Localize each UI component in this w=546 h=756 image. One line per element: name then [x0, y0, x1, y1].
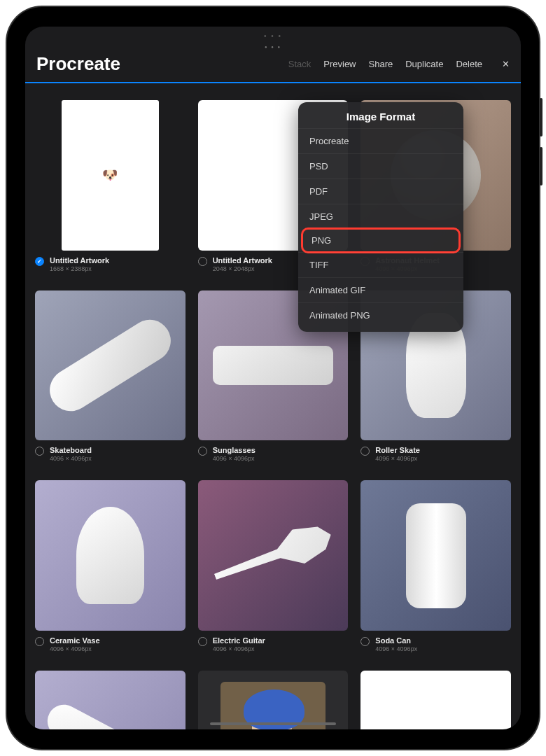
share-button[interactable]: Share [369, 59, 393, 69]
artwork-thumb[interactable] [35, 290, 186, 441]
format-option-procreate[interactable]: Procreate [298, 128, 463, 153]
artwork-thumb[interactable] [198, 671, 349, 729]
artwork-dims: 2048 × 2048px [213, 265, 272, 272]
artwork-dims: 1668 × 2388px [50, 265, 109, 272]
artwork-card[interactable]: Surfboard 4096 × 4096px [35, 671, 186, 729]
artwork-card[interactable]: Skateboard 4096 × 4096px [35, 290, 186, 463]
device-frame: • • • ● ● ● Procreate Stack Preview Shar… [7, 7, 539, 749]
camera-dot-icon: • • • [264, 32, 282, 40]
toolbar: Stack Preview Share Duplicate Delete ✕ [288, 59, 510, 69]
format-option-animated-gif[interactable]: Animated GIF [298, 277, 463, 302]
artwork-dims: 4096 × 4096px [213, 455, 255, 462]
home-indicator[interactable] [210, 722, 336, 725]
artwork-title: Electric Guitar [213, 636, 265, 645]
format-option-animated-png[interactable]: Animated PNG [298, 302, 463, 328]
select-radio[interactable] [35, 447, 44, 456]
stack-button: Stack [288, 59, 312, 69]
select-radio[interactable] [198, 257, 207, 266]
format-option-pdf[interactable]: PDF [298, 178, 463, 204]
close-icon[interactable]: ✕ [502, 59, 510, 69]
select-radio[interactable] [198, 447, 207, 456]
artwork-thumb[interactable] [198, 480, 349, 631]
artwork-dims: 4096 × 4096px [213, 645, 265, 652]
artwork-card[interactable]: 🐶 Untitled Artwork 1668 × 2388px [35, 100, 186, 272]
screen: • • • ● ● ● Procreate Stack Preview Shar… [25, 27, 521, 729]
duplicate-button[interactable]: Duplicate [405, 59, 443, 69]
format-option-png[interactable]: PNG [301, 227, 461, 253]
window-handle-icon: ● ● ● [265, 45, 281, 49]
artwork-title: Untitled Artwork [213, 256, 272, 265]
select-radio[interactable] [35, 257, 44, 266]
sketch-icon: 🐶 [102, 167, 118, 183]
select-radio[interactable] [360, 447, 370, 456]
format-option-jpeg[interactable]: JPEG [298, 204, 463, 229]
artwork-dims: 4096 × 4096px [375, 455, 420, 462]
artwork-title: Sunglasses [213, 446, 255, 454]
delete-button[interactable]: Delete [456, 59, 482, 69]
artwork-dims: 4096 × 4096px [50, 455, 92, 462]
artwork-thumb[interactable] [360, 671, 511, 729]
artwork-card[interactable]: Untitled Artwork 2048 × 2048px [360, 671, 511, 729]
artwork-dims: 4096 × 4096px [50, 645, 100, 652]
artwork-card[interactable]: Soda Can 4096 × 4096px [360, 480, 511, 652]
artwork-card[interactable]: Untitled Artwork 2048 × 2048px [198, 671, 349, 729]
artwork-title: Skateboard [50, 446, 92, 454]
artwork-title: Untitled Artwork [50, 256, 109, 265]
popover-heading: Image Format [298, 111, 463, 128]
artwork-card[interactable]: Ceramic Vase 4096 × 4096px [35, 480, 186, 652]
hardware-side-buttons [540, 98, 542, 196]
select-radio[interactable] [35, 637, 44, 646]
artwork-thumb[interactable] [360, 480, 511, 631]
artwork-title: Soda Can [375, 636, 417, 645]
artwork-dims: 4096 × 4096px [375, 645, 417, 652]
artwork-thumb[interactable] [35, 480, 186, 631]
artwork-title: Ceramic Vase [50, 636, 100, 645]
select-radio[interactable] [198, 637, 207, 646]
app-title: Procreate [36, 53, 120, 75]
artwork-thumb[interactable] [35, 671, 186, 729]
artwork-title: Roller Skate [375, 446, 420, 454]
artwork-card[interactable]: Electric Guitar 4096 × 4096px [198, 480, 349, 652]
select-radio[interactable] [360, 637, 370, 646]
format-option-psd[interactable]: PSD [298, 153, 463, 178]
image-format-popover: Image Format Procreate PSD PDF JPEG PNG … [298, 102, 463, 332]
preview-button[interactable]: Preview [323, 59, 356, 69]
artwork-thumb[interactable]: 🐶 [35, 100, 186, 251]
format-option-tiff[interactable]: TIFF [298, 252, 463, 277]
